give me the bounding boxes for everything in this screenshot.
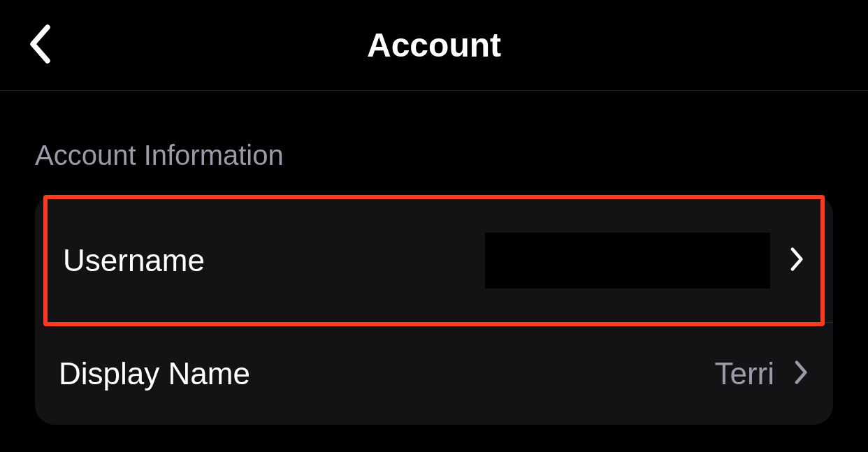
username-value-redacted — [485, 233, 770, 289]
username-label: Username — [63, 243, 205, 278]
chevron-right-icon — [790, 247, 805, 275]
settings-card: Username Display Name Terri — [35, 195, 833, 425]
section-heading: Account Information — [35, 140, 833, 171]
display-name-label: Display Name — [59, 356, 250, 391]
display-name-value: Terri — [714, 356, 774, 391]
row-right: Terri — [714, 356, 809, 391]
chevron-right-icon — [794, 360, 809, 388]
display-name-row[interactable]: Display Name Terri — [35, 323, 833, 425]
page-title: Account — [367, 26, 501, 64]
page-header: Account — [0, 0, 868, 91]
back-button[interactable] — [25, 23, 53, 68]
row-right — [485, 233, 805, 289]
username-row[interactable]: Username — [43, 195, 825, 326]
chevron-left-icon — [25, 23, 53, 68]
content-area: Account Information Username Display Nam… — [0, 91, 868, 425]
